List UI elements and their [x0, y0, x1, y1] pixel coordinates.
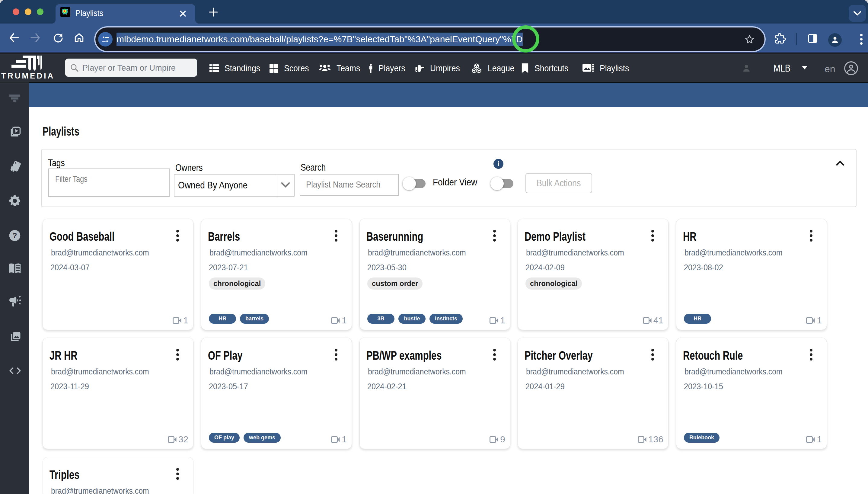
svg-text:?: ?	[12, 231, 17, 240]
